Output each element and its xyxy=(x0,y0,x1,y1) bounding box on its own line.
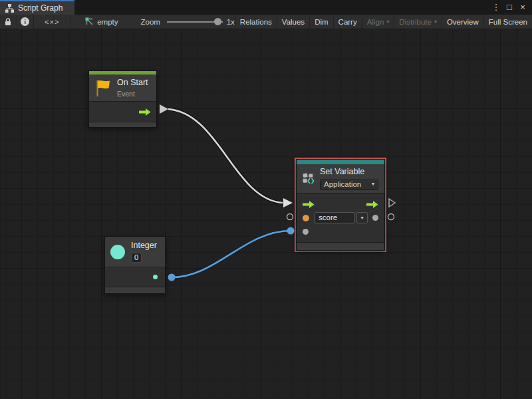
variable-name-input-port[interactable] xyxy=(303,215,309,221)
fullscreen-button[interactable]: Full Screen xyxy=(484,15,532,29)
variable-scope-dropdown[interactable]: Application ▾ xyxy=(320,179,378,190)
graph-asset-icon xyxy=(85,17,94,26)
graph-canvas[interactable] xyxy=(0,29,532,399)
node-title: Integer xyxy=(131,241,157,250)
caret-down-icon: ▾ xyxy=(360,215,363,221)
carry-button[interactable]: Carry xyxy=(334,15,362,29)
lock-icon xyxy=(5,18,11,26)
distribute-button-label: Distribute xyxy=(399,18,432,26)
relations-button[interactable]: Relations xyxy=(235,15,277,29)
set-variable-ports: score ▾ xyxy=(297,193,384,242)
code-icon: <×> xyxy=(45,18,59,26)
overview-button[interactable]: Overview xyxy=(442,15,483,29)
info-button[interactable]: i xyxy=(17,15,34,29)
flow-input-port-icon[interactable] xyxy=(303,201,315,208)
node-on-start[interactable]: On Start Event xyxy=(88,70,157,128)
on-start-header[interactable]: On Start Event xyxy=(89,74,156,101)
window-controls: ⋮ □ × xyxy=(491,0,532,15)
align-button-label: Align xyxy=(367,18,384,26)
value-port-row: score ▾ xyxy=(297,211,384,225)
node-subtitle: Event xyxy=(117,90,148,98)
integer-header[interactable]: Integer 0 xyxy=(105,237,165,267)
variable-name-field[interactable]: score xyxy=(315,212,355,223)
flow-port-row xyxy=(297,198,384,211)
graph-tree-icon xyxy=(5,4,14,13)
on-start-ports xyxy=(89,101,156,122)
info-icon: i xyxy=(21,17,29,26)
variable-name-dropdown-button[interactable]: ▾ xyxy=(356,212,368,223)
flow-output-port-icon[interactable] xyxy=(366,201,378,208)
node-set-variable[interactable]: Set Variable Application ▾ xyxy=(296,159,385,251)
align-button[interactable]: Align ▾ xyxy=(362,15,394,29)
integer-footer xyxy=(105,287,165,293)
caret-down-icon: ▾ xyxy=(434,19,437,25)
graph-asset-name: empty xyxy=(97,18,118,26)
node-set-variable-selection: Set Variable Application ▾ xyxy=(295,158,386,252)
close-icon[interactable]: × xyxy=(517,1,528,14)
zoom-slider-handle[interactable] xyxy=(214,18,221,25)
caret-down-icon: ▾ xyxy=(386,19,389,25)
integer-type-icon xyxy=(110,245,125,259)
variable-stripe xyxy=(297,160,384,164)
zoom-level: 1x xyxy=(227,18,235,26)
value-output-port[interactable] xyxy=(372,215,378,221)
graph-toolbar: i <×> empty Zoom 1x Relations Values Dim… xyxy=(0,15,532,29)
distribute-button[interactable]: Distribute ▾ xyxy=(394,15,442,29)
set-variable-header[interactable]: Set Variable Application ▾ xyxy=(297,164,384,193)
lock-button[interactable] xyxy=(0,15,17,29)
on-start-footer xyxy=(89,122,156,127)
toolbar-divider xyxy=(70,15,70,29)
titlebar: Script Graph ⋮ □ × xyxy=(0,0,532,15)
value-input-port[interactable] xyxy=(303,229,309,235)
integer-ports xyxy=(105,267,165,287)
node-integer[interactable]: Integer 0 xyxy=(104,236,166,294)
values-button[interactable]: Values xyxy=(277,15,309,29)
node-title: Set Variable xyxy=(320,167,378,176)
node-title: On Start xyxy=(117,78,148,87)
variable-scope-value: Application xyxy=(324,180,361,188)
graph-asset-chip[interactable]: empty xyxy=(85,17,118,26)
code-preview-button[interactable]: <×> xyxy=(34,15,70,29)
variables-icon xyxy=(303,170,315,187)
tab-title: Script Graph xyxy=(18,3,63,13)
set-variable-footer xyxy=(297,242,384,250)
zoom-slider[interactable] xyxy=(167,18,223,26)
value-input-row xyxy=(297,225,384,239)
tab-script-graph[interactable]: Script Graph xyxy=(0,0,74,15)
zoom-label: Zoom xyxy=(141,18,160,26)
integer-value-field[interactable]: 0 xyxy=(131,253,142,263)
script-graph-window: Script Graph ⋮ □ × i <×> xyxy=(0,0,532,399)
menu-icon[interactable]: ⋮ xyxy=(491,1,501,14)
flow-output-port-icon[interactable] xyxy=(139,108,151,116)
caret-down-icon: ▾ xyxy=(372,182,374,187)
maximize-icon[interactable]: □ xyxy=(504,1,515,14)
dim-button[interactable]: Dim xyxy=(310,15,332,29)
integer-output-port[interactable] xyxy=(153,275,158,279)
flag-icon xyxy=(96,79,111,97)
